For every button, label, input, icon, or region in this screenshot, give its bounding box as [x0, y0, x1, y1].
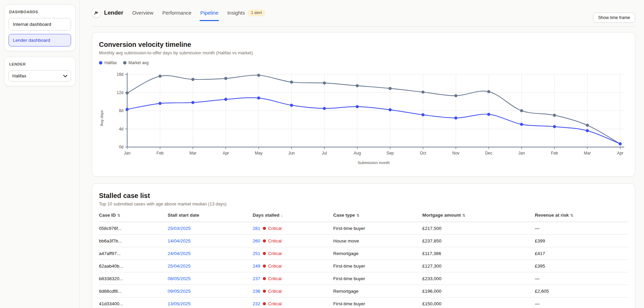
tab-insights[interactable]: Insights1 alert — [227, 8, 265, 21]
days-stalled-link[interactable]: 251 — [253, 251, 260, 256]
stalled-case-list-card: Stalled case list Top 10 submitted cases… — [92, 183, 635, 308]
show-time-frame-button[interactable]: Show time frame — [593, 13, 635, 23]
stall-start-date-link[interactable]: 09/05/2025 — [168, 289, 253, 294]
lender-card: LENDER Halifax — [4, 57, 75, 86]
data-point — [389, 108, 392, 111]
data-point — [487, 113, 490, 116]
sidebar-item-internal-dashboard[interactable]: Internal dashboard — [9, 18, 71, 31]
svg-text:Mar: Mar — [584, 151, 591, 156]
mortgage-amount-cell: £233,000 — [422, 276, 535, 281]
days-stalled-link[interactable]: 236 — [253, 289, 260, 294]
dashboard-list: Internal dashboardLender dashboard — [9, 18, 71, 47]
revenue-at-risk-cell: — — [535, 301, 628, 306]
stall-start-date-link[interactable]: 13/05/2025 — [168, 301, 253, 306]
dashboards-card: DASHBOARDS Internal dashboardLender dash… — [4, 4, 75, 51]
case-type-cell: Remortgage — [333, 289, 422, 294]
column-header-stall-start-date[interactable]: Stall start date — [168, 213, 253, 218]
data-point — [257, 74, 260, 77]
svg-text:Jul: Jul — [322, 151, 327, 156]
data-point — [323, 81, 326, 85]
data-point — [422, 91, 425, 94]
data-point — [454, 94, 457, 97]
days-stalled-cell: 260Critical — [253, 238, 333, 243]
severity-label: Critical — [268, 238, 282, 243]
svg-text:Avg days: Avg days — [100, 110, 104, 126]
svg-text:0d: 0d — [119, 145, 123, 149]
table-row: a47aff97...24/04/2025251CriticalRemortga… — [99, 247, 628, 260]
svg-text:Mar: Mar — [189, 151, 197, 156]
svg-text:4d: 4d — [119, 127, 123, 131]
sort-icon: ↓ — [281, 213, 283, 217]
stall-start-date-link[interactable]: 14/04/2025 — [168, 238, 253, 243]
svg-text:Submission month: Submission month — [358, 161, 390, 165]
days-stalled-link[interactable]: 237 — [253, 276, 260, 281]
column-header-revenue-at-risk[interactable]: Revenue at risk⇅ — [535, 213, 628, 218]
table-row: 058c976f...25/03/2025281CriticalFirst-ti… — [99, 222, 628, 235]
stall-start-date-link[interactable]: 25/04/2025 — [168, 264, 253, 269]
critical-dot-icon — [263, 252, 266, 255]
column-header-case-type[interactable]: Case type⇅ — [333, 213, 422, 218]
table-row: 8d88cdf8...09/05/2025236CriticalRemortga… — [99, 285, 628, 297]
legend-item-halifax[interactable]: Halifax — [99, 60, 117, 65]
case-id-cell: bb6a3f7b... — [99, 238, 168, 243]
data-point — [191, 101, 194, 104]
case-type-cell: First-time buyer — [333, 264, 422, 269]
case-type-cell: House move — [333, 238, 422, 243]
severity-label: Critical — [268, 301, 282, 306]
table-row: bb6a3f7b...14/04/2025260CriticalHouse mo… — [99, 235, 628, 247]
tab-pipeline[interactable]: Pipeline — [200, 8, 218, 21]
lender-label: LENDER — [9, 62, 71, 66]
app-logo-icon — [92, 8, 101, 17]
svg-text:Apr: Apr — [223, 151, 229, 156]
tab-overview[interactable]: Overview — [132, 8, 154, 21]
column-header-mortgage-amount[interactable]: Mortgage amount⇅ — [422, 213, 535, 218]
critical-dot-icon — [263, 302, 266, 305]
column-header-case-id[interactable]: Case ID⇅ — [99, 213, 168, 218]
revenue-at-risk-cell: £2,605 — [535, 289, 628, 294]
mortgage-amount-cell: £196,000 — [422, 289, 535, 294]
days-stalled-cell: 232Critical — [253, 301, 333, 306]
legend-label: Halifax — [104, 60, 117, 65]
case-type-cell: First-time buyer — [333, 276, 422, 281]
legend-item-market-avg[interactable]: Market avg — [123, 60, 149, 65]
data-point — [586, 129, 589, 132]
critical-dot-icon — [263, 277, 266, 280]
table-row: 41d33400...13/05/2025232CriticalFirst-ti… — [99, 297, 628, 308]
data-point — [191, 78, 194, 81]
chart-subtitle: Monthly avg submission-to-offer days by … — [99, 50, 628, 55]
alert-badge: 1 alert — [248, 10, 265, 16]
tab-performance[interactable]: Performance — [162, 8, 191, 21]
case-id-cell: 62aab40b... — [99, 264, 168, 269]
case-type-cell: First-time buyer — [333, 301, 422, 306]
stall-start-date-link[interactable]: 25/03/2025 — [168, 226, 253, 231]
column-label: Case ID — [99, 213, 116, 218]
column-label: Revenue at risk — [535, 213, 569, 218]
case-id-cell: 8d88cdf8... — [99, 289, 168, 294]
days-stalled-cell: 249Critical — [253, 264, 333, 269]
data-point — [158, 75, 162, 78]
column-label: Case type — [333, 213, 355, 218]
series-line-market-avg — [127, 75, 620, 144]
table-subtitle: Top 10 submitted cases with age above ma… — [99, 201, 628, 206]
column-header-days-stalled[interactable]: Days stalled↓ — [253, 213, 333, 218]
stall-start-date-link[interactable]: 08/05/2025 — [168, 276, 253, 281]
sort-icon: ⇅ — [570, 213, 573, 217]
days-stalled-cell: 281Critical — [253, 226, 333, 231]
severity-label: Critical — [268, 289, 282, 294]
lender-select[interactable]: Halifax — [9, 70, 71, 81]
svg-text:Jan: Jan — [518, 151, 525, 156]
svg-text:Dec: Dec — [485, 151, 492, 156]
days-stalled-link[interactable]: 249 — [253, 264, 260, 269]
mortgage-amount-cell: £117,386 — [422, 251, 535, 256]
case-type-cell: Remortgage — [333, 251, 422, 256]
legend-label: Market avg — [129, 60, 149, 65]
stall-start-date-link[interactable]: 24/04/2025 — [168, 251, 253, 256]
days-stalled-link[interactable]: 232 — [253, 301, 260, 306]
sidebar-item-lender-dashboard[interactable]: Lender dashboard — [9, 34, 71, 47]
days-stalled-link[interactable]: 281 — [253, 226, 260, 231]
sort-icon: ⇅ — [117, 213, 120, 217]
series-line-halifax — [127, 98, 620, 144]
revenue-at-risk-cell: £417 — [535, 251, 628, 256]
revenue-at-risk-cell: — — [535, 226, 628, 231]
days-stalled-link[interactable]: 260 — [253, 238, 260, 243]
